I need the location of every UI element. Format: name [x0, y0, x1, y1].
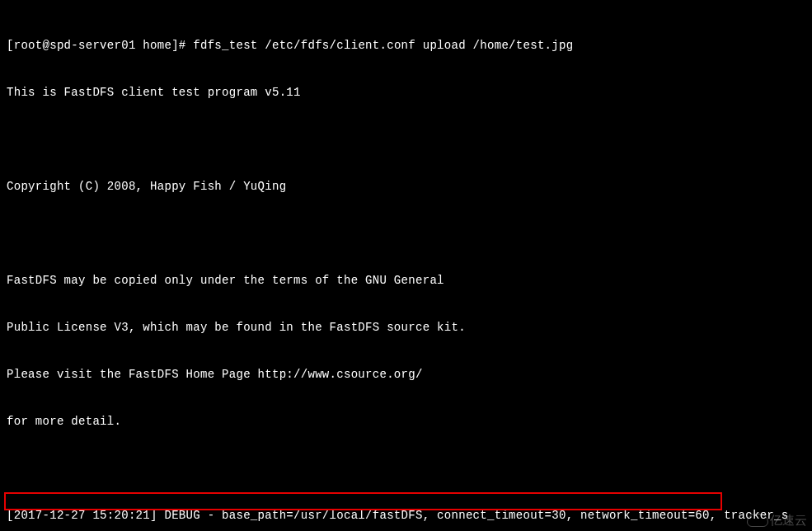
output-line: FastDFS may be copied only under the ter…	[7, 273, 812, 289]
output-line: for more detail.	[7, 414, 812, 430]
output-line: This is FastDFS client test program v5.1…	[7, 85, 812, 101]
output-line: [2017-12-27 15:20:21] DEBUG - base_path=…	[7, 508, 812, 524]
output-line	[7, 226, 812, 242]
output-line	[7, 132, 812, 148]
watermark-text: 亿速云	[770, 513, 807, 527]
command-line: [root@spd-server01 home]# fdfs_test /etc…	[7, 38, 812, 54]
output-line	[7, 461, 812, 477]
output-line: Copyright (C) 2008, Happy Fish / YuQing	[7, 179, 812, 195]
shell-prompt: [root@spd-server01 home]#	[7, 39, 193, 52]
output-line: Please visit the FastDFS Home Page http:…	[7, 367, 812, 383]
terminal-output[interactable]: [root@spd-server01 home]# fdfs_test /etc…	[0, 0, 812, 531]
watermark: 亿速云	[747, 511, 807, 528]
command-text: fdfs_test /etc/fdfs/client.conf upload /…	[193, 39, 573, 52]
cloud-icon	[747, 514, 768, 527]
output-line: Public License V3, which may be found in…	[7, 320, 812, 336]
